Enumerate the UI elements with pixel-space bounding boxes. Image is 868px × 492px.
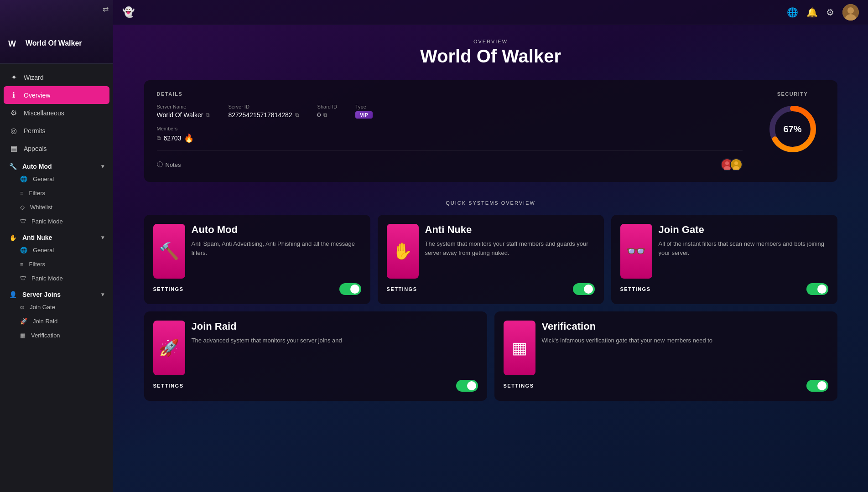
page-title: World Of Walker	[144, 46, 837, 67]
overview-icon: ℹ	[9, 91, 18, 99]
settings-gear-icon[interactable]: ⚙	[826, 7, 834, 18]
bell-icon[interactable]: 🔔	[806, 7, 818, 18]
server-name-value: World Of Walker ⧉	[157, 111, 210, 119]
server-id-label: Server ID	[228, 104, 299, 109]
card-joingate-title: Join Gate	[659, 224, 828, 236]
card-antinuke-title: Anti Nuke	[425, 224, 595, 236]
card-joinraid-top: 🚀 Join Raid The advanced system that mon…	[153, 321, 478, 375]
sidebar-item-antinuke-general[interactable]: 🌐 General	[0, 243, 113, 257]
antinuke-chevron-icon: ▾	[101, 234, 104, 241]
server-id-copy-icon[interactable]: ⧉	[295, 112, 299, 118]
details-row-2: Members ⧉ 62703 🔥	[157, 126, 743, 143]
automod-section-icon: 🔧	[9, 163, 17, 170]
card-automod-title: Auto Mod	[192, 224, 361, 236]
server-id-value: 827254215717814282 ⧉	[228, 111, 299, 119]
sidebar-item-misc-label: Miscellaneous	[24, 109, 64, 117]
topbar-right: 🌐 🔔 ⚙	[787, 4, 859, 21]
sidebar-section-antinuke-label: Anti Nuke	[22, 234, 52, 241]
sidebar-item-antinuke-filters[interactable]: ≡ Filters	[0, 257, 113, 271]
automod-whitelist-icon: ◇	[20, 204, 25, 211]
card-joingate-body: Join Gate All of the instant filters tha…	[659, 224, 828, 257]
sidebar-section-automod[interactable]: 🔧 Auto Mod ▾	[0, 157, 113, 172]
card-joinraid: 🚀 Join Raid The advanced system that mon…	[144, 311, 487, 401]
card-joinraid-toggle[interactable]	[456, 380, 478, 392]
card-joingate-footer: SETTINGS	[620, 283, 828, 295]
notes-info-icon: ⓘ	[157, 161, 163, 169]
sidebar-item-automod-filters-label: Filters	[29, 190, 45, 197]
card-verification-icon-wrap: ▦	[504, 321, 535, 375]
details-card: DETAILS Server Name World Of Walker ⧉ Se…	[144, 80, 837, 182]
sidebar-item-antinuke-panic-label: Panic Mode	[31, 275, 63, 282]
sidebar-item-permits[interactable]: ◎ Permits	[0, 122, 113, 140]
sidebar-item-overview-label: Overview	[24, 92, 50, 99]
shard-id-copy-icon[interactable]: ⧉	[323, 112, 327, 118]
quick-systems-label: QUICK SYSTEMS OVERVIEW	[144, 200, 837, 206]
sidebar-item-miscellaneous[interactable]: ⚙ Miscellaneous	[0, 104, 113, 122]
toggle-knob-5	[817, 381, 826, 390]
card-joinraid-title: Join Raid	[192, 321, 478, 332]
ghost-icon: 👻	[122, 6, 135, 18]
card-verification-toggle[interactable]	[806, 380, 828, 392]
sidebar-section-antinuke[interactable]: ✋ Anti Nuke ▾	[0, 228, 113, 243]
card-joingate: 👓 Join Gate All of the instant filters t…	[611, 215, 837, 304]
automod-general-icon: 🌐	[20, 176, 27, 182]
sidebar-item-antinuke-filters-label: Filters	[29, 261, 45, 268]
wizard-icon: ✦	[9, 73, 18, 82]
card-joingate-top: 👓 Join Gate All of the instant filters t…	[620, 224, 828, 279]
card-joinraid-body: Join Raid The advanced system that monit…	[192, 321, 478, 345]
sidebar-item-appeals[interactable]: ▤ Appeals	[0, 140, 113, 157]
appeals-icon: ▤	[9, 144, 18, 153]
card-automod-icon-wrap: 🔨	[153, 224, 185, 279]
card-verification: ▦ Verification Wick's infamous verificat…	[494, 311, 837, 401]
card-verification-body: Verification Wick's infamous verificatio…	[542, 321, 828, 345]
sidebar-item-joinraid[interactable]: 🚀 Join Raid	[0, 314, 113, 328]
serverjoins-section-icon: 👤	[9, 291, 17, 298]
joinraid-icon: 🚀	[20, 318, 27, 325]
card-verification-desc: Wick's infamous verification gate that y…	[542, 336, 828, 345]
card-antinuke-toggle[interactable]	[573, 283, 595, 295]
sidebar-item-verification[interactable]: ▦ Verification	[0, 328, 113, 342]
type-label: Type	[355, 104, 373, 109]
antinuke-filters-icon: ≡	[20, 261, 24, 268]
card-automod-toggle[interactable]	[339, 283, 361, 295]
sidebar-item-automod-panic[interactable]: 🛡 Panic Mode	[0, 214, 113, 228]
card-verification-top: ▦ Verification Wick's infamous verificat…	[504, 321, 828, 375]
user-avatar[interactable]	[842, 4, 859, 21]
automod-panic-icon: 🛡	[20, 218, 26, 225]
server-name-field: Server Name World Of Walker ⧉	[157, 104, 210, 119]
main-inner: OVERVIEW World Of Walker DETAILS Server …	[126, 25, 856, 414]
antinuke-card-icon: ✋	[392, 242, 413, 261]
svg-point-8	[734, 161, 738, 165]
members-copy-icon[interactable]: ⧉	[157, 135, 161, 141]
members-field: Members ⧉ 62703 🔥	[157, 126, 194, 143]
globe-icon[interactable]: 🌐	[787, 7, 798, 18]
sidebar-item-antinuke-general-label: General	[33, 247, 54, 254]
sidebar-item-automod-general[interactable]: 🌐 General	[0, 172, 113, 186]
verification-icon: ▦	[20, 332, 26, 339]
card-antinuke: ✋ Anti Nuke The system that monitors you…	[378, 215, 604, 304]
card-automod-footer: SETTINGS	[153, 283, 361, 295]
sidebar-item-wizard[interactable]: ✦ Wizard	[0, 68, 113, 86]
type-value: VIP	[355, 111, 373, 119]
sidebar-item-automod-filters[interactable]: ≡ Filters	[0, 186, 113, 200]
sidebar-item-antinuke-panic[interactable]: 🛡 Panic Mode	[0, 271, 113, 285]
card-joingate-icon-wrap: 👓	[620, 224, 652, 279]
svg-text:W: W	[8, 39, 16, 48]
sidebar-item-overview[interactable]: ℹ Overview	[4, 86, 109, 104]
sidebar-title: World Of Walker	[26, 39, 82, 47]
card-joingate-settings-label: SETTINGS	[620, 286, 651, 292]
server-name-label: Server Name	[157, 104, 210, 109]
card-joinraid-footer: SETTINGS	[153, 380, 478, 392]
sidebar-item-automod-whitelist[interactable]: ◇ Whitelist	[0, 200, 113, 214]
sidebar-item-joingate[interactable]: ∞ Join Gate	[0, 300, 113, 314]
sidebar-section-serverjoins[interactable]: 👤 Server Joins ▾	[0, 285, 113, 300]
notes-button[interactable]: ⓘ Notes	[157, 161, 181, 169]
sidebar-expand-icon[interactable]: ⇄	[103, 5, 109, 13]
card-antinuke-top: ✋ Anti Nuke The system that monitors you…	[387, 224, 595, 279]
sidebar-item-joingate-label: Join Gate	[30, 304, 55, 311]
shard-id-value: 0 ⧉	[317, 111, 337, 119]
sidebar-item-wizard-label: Wizard	[24, 74, 44, 81]
fire-icon: 🔥	[184, 133, 194, 143]
card-joingate-toggle[interactable]	[806, 283, 828, 295]
server-name-copy-icon[interactable]: ⧉	[206, 112, 210, 118]
